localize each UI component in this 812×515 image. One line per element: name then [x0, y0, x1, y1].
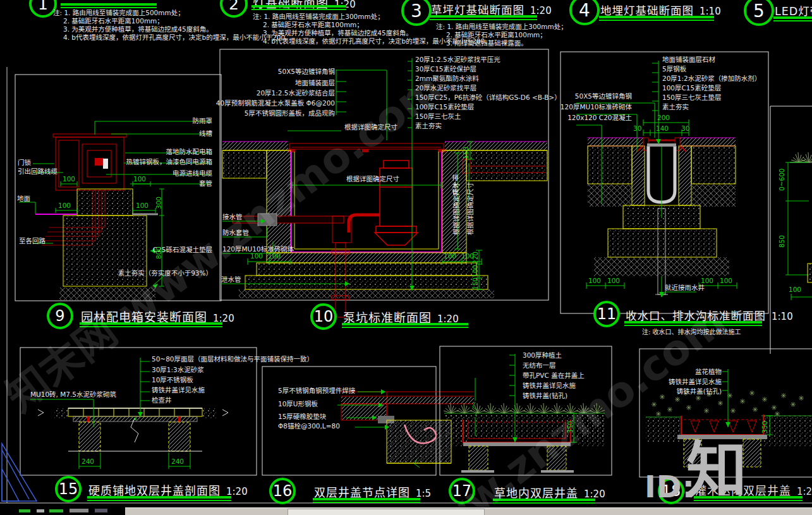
d10-dim-3: 100: [444, 252, 456, 260]
scrollbar-thumb[interactable]: [288, 509, 485, 515]
d11-co-2: 5厚钢板: [662, 65, 686, 73]
detail-2-note-3: 3. 为美观并方便种植草，将基础边挖成45度斜角。: [263, 29, 413, 37]
d9-label-box: 落地防水配电箱: [166, 148, 213, 155]
detail-9-underline: [80, 322, 222, 325]
d11-co-6: 素土夯实: [662, 103, 689, 111]
d10-label-inlet: 接水管: [222, 213, 243, 221]
detail-18-badge: 18: [658, 478, 684, 504]
d11-dim-100d: 100: [720, 277, 732, 284]
d11-dim-30a: 30: [633, 124, 641, 132]
d10-dim-2: 100: [268, 252, 281, 260]
d9-label-sleeve: 套管: [199, 179, 212, 187]
d11-dim-100b: 100: [607, 277, 620, 284]
detail-17-number: 17: [452, 482, 472, 500]
detail-18-number: 18: [662, 482, 681, 500]
detail-3-note-2: 2. 基础距牙石水平距离100mm；: [446, 31, 547, 39]
detail-2-underline: [251, 5, 346, 8]
d17-co-2: 无纺布一层: [523, 361, 556, 369]
d10-vdim-note-1: 根据详图确定尺寸: [452, 182, 460, 235]
d9-dim-3: 100: [58, 202, 71, 209]
d17-dim-350: 350: [566, 421, 574, 433]
d15-dim-240a: 240: [82, 457, 94, 465]
d17-co-4: 铸铁井盖详见水施: [523, 382, 576, 389]
d11-dim-100a: 100: [588, 277, 601, 284]
d9-dim-800: 800: [155, 246, 162, 259]
d11-dim-140: 140: [656, 124, 669, 132]
d10-co-right-3: 2mm聚氨酯防水涂料: [415, 75, 479, 82]
d10-inner-dim-top: 根据详图确定尺寸: [344, 123, 397, 131]
detail-9-badge: 9: [47, 303, 73, 329]
detail-16-number: 16: [273, 482, 293, 500]
d10-co-right-5: 150厚C25，P6抗渗砼（详结构GS-D6 <B-B>）: [415, 94, 561, 101]
detail-3-underline: [430, 15, 537, 18]
d9-label-circuits: 至各回路: [19, 237, 45, 245]
detail-16-underline: [313, 498, 420, 500]
d10-dim-100r: 100: [471, 265, 479, 277]
d11-dim-30b: 30: [681, 124, 689, 132]
statusbar-fragment-4: [70, 509, 88, 512]
detail-15-drawing: [20, 348, 257, 475]
d12-dim-850: 850: [778, 235, 785, 248]
detail-18-drawing: [639, 349, 812, 477]
detail-5-underline: [773, 16, 812, 19]
bottom-strip: [0, 507, 812, 515]
d11-co-1: 地面铺装面层石材: [662, 56, 715, 63]
d10-vdim-note-2: 根据详图确定尺寸: [466, 182, 474, 235]
d17-co-5: 铸铁井盖(钻孔): [523, 392, 567, 399]
d12-dim-0-600: 0~600: [778, 168, 785, 191]
detail-2-number: 2: [229, 0, 239, 13]
d10-label-sleeve: 防水套管: [222, 229, 249, 236]
d11-left-1: 50X5等边镀锌角钢: [575, 92, 632, 100]
detail-17-badge: 17: [449, 478, 475, 504]
d17-co-1: 300厚种植土: [523, 351, 562, 359]
d10-co-right-7: 150厚三七灰土: [415, 112, 461, 120]
detail-11-underline: [624, 321, 762, 324]
d16-co-3: 15厚硬橡胶垫块: [278, 413, 326, 420]
detail-15-badge: 15: [55, 476, 82, 502]
d10-co-left-5: 5厚不锈钢圆形盖板，成品现购: [245, 109, 335, 117]
horizontal-scrollbar[interactable]: [125, 507, 812, 515]
detail-15-number: 15: [59, 480, 78, 498]
d12-dim-100: 100: [789, 286, 801, 293]
d9-label-cable-trough: 线槽: [199, 130, 212, 137]
detail-11-note: 注: 收水口、排水沟均按此做法施工: [642, 328, 741, 336]
d16-co-1: 5厚不锈钢角钢预埋件焊接: [278, 387, 355, 394]
d10-co-right-1: 20厚1:2.5水泥砂浆找平压光: [415, 56, 500, 63]
detail-11-badge: 11: [593, 301, 620, 327]
d10-co-right-8: 素土夯实: [415, 122, 442, 130]
detail-18-underline: [694, 496, 803, 499]
statusbar-fragment-1: [19, 509, 30, 512]
detail-2-note-2: 2. 基础距牙石水平距离100mm；: [263, 21, 363, 29]
d11-co-3: 20厚1:2水泥砂浆（掺加防水剂）: [662, 75, 761, 82]
detail-15-underline: [87, 496, 231, 499]
d11-left-2: 120厚MU10标准砖砌体: [561, 103, 632, 111]
detail-1-note-2: 2. 基础距牙石水平距离100mm；: [63, 17, 164, 25]
d11-dim-200: 200: [657, 114, 670, 121]
d10-label-drain: 泄水管: [221, 276, 241, 283]
statusbar-fragment-5: [95, 509, 107, 512]
d15-co-2: 30厚1:3水泥砂浆: [152, 366, 204, 373]
d11-bottom-label: 就近接雨水井: [665, 284, 705, 291]
d9-label-outgoing: 引出回路线缆: [18, 167, 58, 175]
d9-label-rain-cover: 防雨罩: [193, 117, 213, 124]
detail-1-note-1: 注: 1. 路由甩线至铺装完成面上500mm处；: [53, 9, 185, 17]
d10-inner-dim-mid: 根据详图确定尺寸: [346, 175, 399, 183]
d18-co-2: 铸铁井盖详见水施: [669, 378, 722, 385]
d15-co-3: 10厚不锈钢板: [152, 376, 193, 384]
d15-co-5: 检查井: [152, 396, 172, 404]
d18-co-3: 铸铁井盖(钻孔): [677, 387, 722, 395]
d10-dim-1: 100: [250, 252, 263, 260]
detail-11-number: 11: [597, 305, 617, 323]
d15-co-4: 铸铁井盖详见水施: [152, 386, 205, 394]
d15-left-label: MU10砖, M7.5水泥砂浆砌筑: [30, 391, 116, 398]
detail-9-drawing: [15, 75, 221, 301]
d11-dim-100c: 100: [701, 277, 713, 284]
cad-canvas: 1 注: 1. 路由甩线至铺装完成面上500mm处； 2. 基础距牙石水平距离1…: [0, 0, 812, 515]
d10-co-right-2: 30厚C15素砼保护层: [415, 65, 476, 73]
d10-dim-220: 220: [471, 251, 479, 264]
detail-3-note-3: 3. 用绿篱遮挡基础裸露面。: [446, 39, 528, 47]
d16-co-4: Φ8锚栓@300,L=80: [278, 422, 340, 430]
d11-co-5: 150厚三七灰土垫层: [662, 94, 722, 101]
d10-co-left-4: 40厚预制钢筋混凝土水泵盖板 Φ6@200: [216, 99, 335, 107]
d10-co-right-6: 100厚C15素砼垫层: [415, 103, 474, 111]
